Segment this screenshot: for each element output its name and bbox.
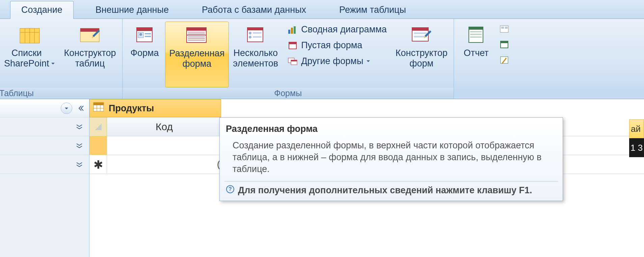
tab-database-tools[interactable]: Работа с базами данных xyxy=(191,1,317,19)
report-label: Отчет xyxy=(464,48,489,69)
report-extra-2[interactable] xyxy=(497,38,513,51)
nav-section-1[interactable] xyxy=(0,117,89,136)
nav-section-2[interactable] xyxy=(0,136,89,155)
svg-rect-49 xyxy=(501,27,504,29)
more-forms-icon xyxy=(287,56,299,66)
report-icon xyxy=(465,24,488,47)
svg-rect-20 xyxy=(188,36,205,37)
split-form-label: Разделенная форма xyxy=(169,48,225,70)
chevron-down-double-icon xyxy=(76,124,83,130)
blank-form-button[interactable]: Пустая форма xyxy=(285,39,389,52)
svg-rect-21 xyxy=(188,38,205,39)
form-design-icon xyxy=(410,24,433,47)
ribbon-group-tables: Списки SharePoint Конструктор таблиц xyxy=(0,19,123,99)
report-button[interactable]: Отчет xyxy=(456,22,497,87)
group-label-tables: Таблицы xyxy=(0,88,122,99)
svg-rect-45 xyxy=(470,31,482,32)
datasheet-icon xyxy=(93,102,105,115)
clipped-header: ай xyxy=(629,119,644,138)
svg-rect-52 xyxy=(501,41,508,43)
form-button[interactable]: Форма xyxy=(125,22,165,87)
ribbon-group-reports: Отчет xyxy=(454,19,644,99)
screentip-separator xyxy=(224,181,558,181)
svg-rect-18 xyxy=(188,32,205,33)
svg-rect-29 xyxy=(288,30,290,34)
multiple-items-label: Несколько элементов xyxy=(233,48,278,69)
svg-rect-38 xyxy=(412,28,428,31)
pivot-chart-button[interactable]: Сводная диаграмма xyxy=(285,23,389,36)
svg-point-27 xyxy=(249,36,251,38)
svg-rect-6 xyxy=(80,28,99,32)
screentip-title: Разделенная форма xyxy=(226,124,557,134)
ribbon-group-forms: Форма Разделенная форма xyxy=(123,19,454,99)
svg-rect-31 xyxy=(294,26,296,34)
new-record-icon: ✱ xyxy=(93,158,103,171)
svg-rect-50 xyxy=(505,27,508,29)
more-forms-button[interactable]: Другие формы xyxy=(285,55,389,68)
tab-datasheet[interactable]: Режим таблицы xyxy=(328,1,417,19)
chevron-down-double-icon xyxy=(76,143,83,149)
group-label-reports xyxy=(454,97,644,99)
table-design-icon xyxy=(79,24,102,47)
ribbon: Списки SharePoint Конструктор таблиц xyxy=(0,19,644,99)
svg-rect-26 xyxy=(253,32,262,34)
tab-create[interactable]: Создание xyxy=(10,1,74,19)
svg-rect-46 xyxy=(470,34,482,35)
pivot-chart-label: Сводная диаграмма xyxy=(301,24,387,35)
chevron-down-double-icon xyxy=(76,162,83,168)
form-design-label: Конструктор форм xyxy=(396,48,448,69)
sharepoint-lists-button[interactable]: Списки SharePoint xyxy=(0,22,60,87)
object-tab-title: Продукты xyxy=(109,103,154,114)
multiple-items-button[interactable]: Несколько элементов xyxy=(229,22,282,87)
svg-point-12 xyxy=(139,33,142,36)
report-extra-1[interactable] xyxy=(497,23,513,36)
report-extra-3[interactable] xyxy=(497,54,513,67)
tab-external-data[interactable]: Внешние данные xyxy=(84,1,180,19)
sharepoint-lists-label: Списки SharePoint xyxy=(4,48,49,69)
clipped-cell: 1 3 xyxy=(629,138,644,157)
clipped-right-column: ай 1 3 xyxy=(629,119,644,157)
svg-marker-59 xyxy=(95,123,102,130)
row-header-selected[interactable] xyxy=(89,136,107,155)
screentip: Разделенная форма Создание разделенной ф… xyxy=(219,117,563,201)
svg-rect-36 xyxy=(291,60,297,61)
select-all-corner[interactable] xyxy=(89,117,107,136)
form-icon xyxy=(133,24,156,47)
column-header-code[interactable]: Код xyxy=(107,117,222,136)
blank-form-label: Пустая форма xyxy=(301,40,362,51)
nav-pane-collapse-button[interactable] xyxy=(75,103,86,114)
nav-section-3[interactable] xyxy=(0,155,89,174)
table-design-button[interactable]: Конструктор таблиц xyxy=(60,22,120,87)
dropdown-arrow-icon xyxy=(365,56,371,66)
report-wizard-icon xyxy=(499,55,511,65)
svg-rect-33 xyxy=(289,42,296,44)
svg-rect-55 xyxy=(93,103,104,105)
pivot-chart-icon xyxy=(287,25,299,35)
object-tab-products[interactable]: Продукты xyxy=(89,99,221,117)
svg-rect-39 xyxy=(414,32,427,34)
labels-icon xyxy=(499,24,511,34)
nav-pane-menu-button[interactable] xyxy=(61,103,72,114)
svg-text:?: ? xyxy=(229,186,232,192)
ribbon-tab-bar: Создание Внешние данные Работа с базами … xyxy=(0,0,644,19)
svg-rect-14 xyxy=(145,36,151,37)
svg-rect-16 xyxy=(187,28,206,31)
svg-point-25 xyxy=(249,32,251,34)
svg-rect-28 xyxy=(253,36,262,38)
form-design-button[interactable]: Конструктор форм xyxy=(392,22,452,87)
navigation-pane xyxy=(0,99,89,257)
svg-rect-10 xyxy=(137,28,152,31)
row-header-new: ✱ xyxy=(89,155,107,174)
blank-form-icon xyxy=(287,40,299,51)
help-icon: ? xyxy=(226,185,235,196)
svg-rect-30 xyxy=(291,28,293,34)
svg-rect-24 xyxy=(247,28,263,30)
grid-cell[interactable] xyxy=(107,136,222,155)
more-forms-label: Другие формы xyxy=(301,56,363,66)
grid-cell-new[interactable]: ( xyxy=(107,155,222,174)
multiple-items-icon xyxy=(244,24,267,47)
blank-report-icon xyxy=(499,40,511,50)
split-form-button[interactable]: Разделенная форма xyxy=(165,22,229,87)
dropdown-arrow-icon xyxy=(50,48,56,69)
screentip-help-text: Для получения дополнительных сведений на… xyxy=(238,185,532,196)
